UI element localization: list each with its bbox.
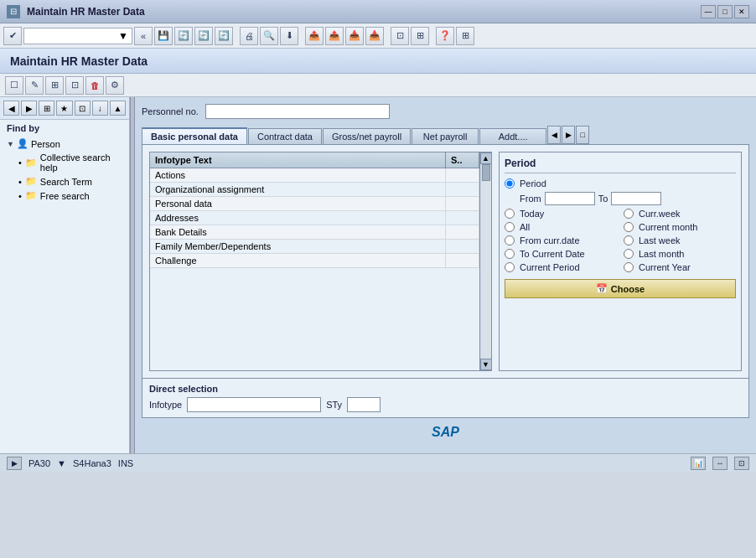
table-row[interactable]: Personal data	[150, 197, 479, 211]
period-radio-row: Period	[505, 178, 736, 189]
status-chart-button[interactable]: 📊	[691, 457, 706, 470]
find-button[interactable]: 🔍	[260, 27, 278, 45]
radio-period[interactable]	[505, 178, 515, 189]
status-expand-button[interactable]: ↔	[712, 457, 728, 470]
status-right: 📊 ↔ ⊡	[691, 457, 749, 470]
infotype-input[interactable]	[187, 397, 321, 412]
nav-history-button[interactable]: ⊡	[75, 101, 91, 116]
nav-bookmark-button[interactable]: ★	[56, 101, 72, 116]
upload-button[interactable]: 📤	[305, 27, 324, 45]
radio-currentperiod[interactable]	[505, 262, 515, 272]
overview-button[interactable]: ⚙	[106, 76, 124, 95]
tab-contract-data[interactable]: Contract data	[248, 128, 322, 144]
all-radio-row: All	[505, 222, 617, 232]
tab-net-payroll[interactable]: Net payroll	[412, 128, 479, 144]
back-button[interactable]: ✔	[3, 27, 22, 45]
radio-tocurrentdate[interactable]	[505, 249, 515, 259]
tab-scroll-left[interactable]: ◀	[547, 126, 561, 144]
infotype-table: Infotype Text S.. Actions Organizational…	[150, 152, 479, 370]
tab-addt[interactable]: Addt....	[479, 128, 546, 144]
command-dropdown[interactable]: ▼	[23, 28, 132, 44]
row-addresses-s	[446, 211, 479, 225]
scroll-track[interactable]	[481, 164, 491, 359]
dropdown-arrow: ▼	[118, 30, 128, 42]
delimit-button[interactable]: ⊡	[65, 76, 84, 95]
status-play-button[interactable]: ▶	[7, 457, 22, 470]
radio-currentyear[interactable]	[624, 262, 634, 272]
tree-item-searchterm[interactable]: • 📁 Search Term	[0, 174, 129, 189]
settings-button[interactable]: ⊞	[456, 27, 474, 45]
table-row[interactable]: Bank Details	[150, 225, 479, 240]
person-icon: 👤	[17, 138, 28, 149]
copy-button[interactable]: ⊞	[45, 76, 64, 95]
radio-lastmonth[interactable]	[624, 249, 634, 259]
row-personal: Personal data	[150, 197, 446, 210]
status-grid-button[interactable]: ⊡	[734, 457, 749, 470]
folder2-icon: 📁	[25, 176, 37, 187]
tab-basic-personal-data[interactable]: Basic personal data	[142, 127, 247, 144]
refresh1-button[interactable]: 🔄	[174, 27, 193, 45]
choose-button[interactable]: 📅 Choose	[505, 279, 736, 298]
th-s: S..	[446, 152, 479, 168]
sty-input[interactable]	[347, 397, 381, 412]
tree-freesearch-label: Free search	[40, 191, 90, 201]
tree-item-collective[interactable]: • 📁 Collective search help	[0, 151, 129, 174]
nav-next-button[interactable]: ▶	[21, 101, 37, 116]
help-button[interactable]: ❓	[436, 27, 454, 45]
refresh2-button[interactable]: 🔄	[194, 27, 213, 45]
row-family-s	[446, 240, 479, 253]
upload2-button[interactable]: 📤	[325, 27, 344, 45]
refresh3-button[interactable]: 🔄	[215, 27, 233, 45]
table-row[interactable]: Family Member/Dependents	[150, 240, 479, 254]
radio-today[interactable]	[505, 209, 515, 219]
title-bar-icon: ⊟	[7, 5, 20, 18]
nav-settings-button[interactable]: ▲	[110, 101, 126, 116]
scroll-thumb[interactable]	[482, 164, 490, 181]
scroll-down-button[interactable]: ▼	[480, 359, 492, 370]
find-next-button[interactable]: ⬇	[280, 27, 298, 45]
table-row[interactable]: Addresses	[150, 211, 479, 225]
view1-button[interactable]: ⊡	[391, 27, 409, 45]
minimize-button[interactable]: —	[701, 5, 716, 18]
lastweek-radio-row: Last week	[624, 235, 736, 245]
nav-sort-button[interactable]: ↓	[92, 101, 108, 116]
radio-lastweek[interactable]	[624, 235, 634, 245]
radio-currweek[interactable]	[624, 209, 634, 219]
period-to-input[interactable]	[611, 192, 661, 205]
radio-fromcurrdate[interactable]	[505, 235, 515, 245]
personnel-no-input[interactable]	[205, 104, 390, 119]
maximize-button[interactable]: □	[717, 5, 733, 18]
nav-back-double[interactable]: «	[134, 27, 153, 45]
print-button[interactable]: 🖨	[240, 27, 258, 45]
edit-button[interactable]: ✎	[25, 76, 44, 95]
tree-collective-label: Collective search help	[40, 152, 122, 173]
nav-prev-button[interactable]: ◀	[3, 101, 19, 116]
view2-button[interactable]: ⊞	[411, 27, 429, 45]
personnel-no-label: Personnel no.	[142, 106, 199, 116]
close-button[interactable]: ✕	[734, 5, 749, 18]
save-button[interactable]: 💾	[154, 27, 173, 45]
today-radio-row: Today	[505, 209, 617, 219]
radio-currentmonth[interactable]	[624, 222, 634, 232]
new-button[interactable]: ☐	[5, 76, 23, 95]
tab-menu[interactable]: □	[576, 126, 589, 144]
tab-gross-net-payroll[interactable]: Gross/net payroll	[323, 128, 411, 144]
tree-item-freesearch[interactable]: • 📁 Free search	[0, 189, 129, 203]
delete-button[interactable]: 🗑	[85, 76, 104, 95]
from-label: From	[520, 194, 541, 204]
period-from-input[interactable]	[545, 192, 595, 205]
tab-scroll-right[interactable]: ▶	[562, 126, 575, 144]
upload4-button[interactable]: 📥	[365, 27, 384, 45]
upload3-button[interactable]: 📥	[345, 27, 364, 45]
table-row[interactable]: Organizational assignment	[150, 183, 479, 197]
radio-all[interactable]	[505, 222, 515, 232]
table-row[interactable]: Actions	[150, 168, 479, 183]
nav-expand-button[interactable]: ⊞	[39, 101, 54, 116]
table-row[interactable]: Challenge	[150, 254, 479, 268]
folder-icon: 📁	[25, 158, 37, 168]
row-personal-s	[446, 197, 479, 210]
tree-person-label: Person	[31, 139, 60, 149]
scroll-up-button[interactable]: ▲	[480, 152, 492, 164]
sap-logo: SAP	[432, 425, 459, 439]
tree-item-person[interactable]: ▼ 👤 Person	[0, 137, 129, 151]
